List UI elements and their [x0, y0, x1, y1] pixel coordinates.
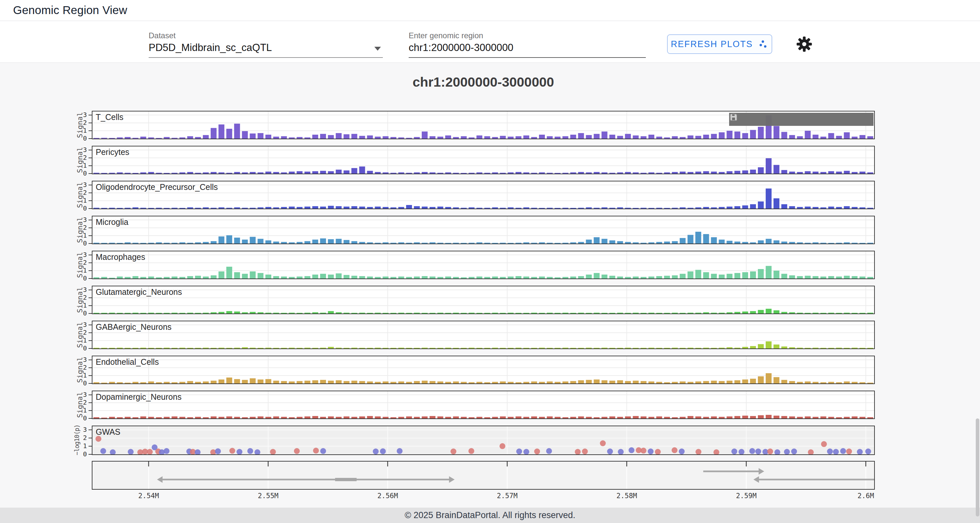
y-tick-mark — [89, 325, 92, 325]
x-axis-tick-label: 2.58M — [604, 492, 650, 500]
y-tick-mark — [89, 235, 92, 236]
y-tick-label: 1 — [67, 301, 87, 309]
y-tick-label: 2 — [67, 119, 87, 126]
gene-annotation-track[interactable] — [0, 461, 980, 490]
track-name-label: Dopaminergic_Neurons — [96, 392, 181, 402]
refresh-plots-label: REFRESH PLOTS — [671, 39, 752, 49]
plot-area-GABAergic_Neurons[interactable]: GABAergic_Neurons — [92, 320, 875, 349]
y-tick-label: 1 — [67, 231, 87, 239]
y-tick-label: 3 — [67, 111, 87, 119]
scrollbar-thumb[interactable] — [976, 418, 979, 517]
plot-area-T_Cells[interactable]: T_Cells — [92, 111, 875, 139]
y-tick-mark — [89, 270, 92, 271]
plot-area-Glutamatergic_Neurons[interactable]: Glutamatergic_Neurons — [92, 286, 875, 314]
y-tick-mark — [89, 313, 92, 314]
y-tick-label: 0 — [67, 309, 87, 317]
y-tick-label: 3 — [67, 320, 87, 328]
track-name-label: Glutamatergic_Neurons — [96, 287, 182, 297]
dataset-select[interactable]: Dataset PD5D_Midbrain_sc_caQTL — [149, 21, 383, 63]
y-tick-mark — [89, 429, 92, 430]
controls-bar: Dataset PD5D_Midbrain_sc_caQTL Enter gen… — [0, 21, 980, 63]
x-axis-tick-label: 2.55M — [245, 492, 291, 500]
home-button[interactable] — [841, 113, 856, 125]
y-tick-label: 0 — [67, 134, 87, 142]
y-tick-mark — [89, 200, 92, 201]
region-input-value[interactable]: chr1:2000000-3000000 — [409, 42, 514, 54]
y-tick-label: 0 — [67, 169, 87, 177]
region-input-field[interactable]: Enter genomic region chr1:2000000-300000… — [409, 21, 646, 63]
plot-area-Macrophages[interactable]: Macrophages — [92, 251, 875, 279]
save-icon — [729, 113, 738, 121]
y-tick-label: 0 — [67, 379, 87, 387]
footer: © 2025 BrainDataPortal. All rights reser… — [0, 508, 980, 523]
y-tick-label: 0 — [67, 239, 87, 247]
y-tick-label: 1 — [67, 406, 87, 414]
y-tick-mark — [89, 418, 92, 419]
y-tick-label: 3 — [67, 146, 87, 154]
plot-area-Pericytes[interactable]: Pericytes — [92, 146, 875, 174]
x-axis-tick-label: 2.54M — [126, 492, 172, 500]
y-tick-label: 2 — [67, 328, 87, 336]
chevron-down-icon[interactable] — [374, 47, 381, 51]
y-tick-mark — [89, 332, 92, 333]
y-tick-mark — [89, 220, 92, 220]
y-tick-mark — [89, 305, 92, 306]
plot-area-Oligodendrocyte_Precursor_Cells[interactable]: Oligodendrocyte_Precursor_Cells — [92, 181, 875, 209]
y-tick-label: 2 — [67, 223, 87, 231]
gene-track-plot[interactable] — [92, 461, 875, 490]
save-button[interactable] — [856, 113, 872, 125]
y-tick-mark — [89, 123, 92, 123]
y-tick-label: 2 — [67, 293, 87, 301]
y-tick-label: 1 — [67, 126, 87, 134]
y-tick-mark — [89, 131, 92, 131]
y-tick-mark — [89, 263, 92, 263]
y-tick-mark — [89, 340, 92, 341]
zoom-in-button[interactable] — [810, 113, 824, 125]
track-name-label: Pericytes — [96, 147, 129, 157]
track-name-label: GABAergic_Neurons — [96, 322, 172, 332]
track-row-GABAergic_Neurons: Signal0123GABAergic_Neurons — [0, 320, 980, 349]
y-tick-label: 0 — [67, 274, 87, 282]
track-row-Macrophages: Signal0123Macrophages — [0, 251, 980, 279]
zoom-button[interactable] — [747, 113, 762, 125]
dataset-underline — [149, 57, 383, 58]
refresh-plots-button[interactable]: REFRESH PLOTS — [667, 34, 772, 54]
y-tick-mark — [89, 158, 92, 158]
y-tick-label: 0 — [67, 204, 87, 212]
plot-area-Microglia[interactable]: Microglia — [92, 216, 875, 244]
y-tick-label: 0 — [67, 450, 87, 458]
y-tick-label: 3 — [67, 216, 87, 223]
y-tick-label: 1 — [67, 336, 87, 344]
gear-icon — [795, 35, 813, 53]
y-tick-mark — [89, 138, 92, 139]
plot-area-GWAS[interactable]: GWAS — [92, 426, 875, 455]
y-tick-mark — [89, 193, 92, 193]
settings-button[interactable] — [795, 35, 813, 53]
x-axis-tick-label: 2.57M — [484, 492, 530, 500]
dataset-label: Dataset — [149, 31, 176, 40]
dataset-value[interactable]: PD5D_Midbrain_sc_caQTL — [149, 42, 272, 54]
y-tick-mark — [89, 402, 92, 403]
pan-button[interactable] — [762, 113, 778, 125]
plot-area-Dopaminergic_Neurons[interactable]: Dopaminergic_Neurons — [92, 391, 875, 419]
track-row-Endothelial_Cells: Signal0123Endothelial_Cells — [0, 356, 980, 384]
page-scrollbar[interactable] — [975, 0, 980, 523]
lasso-select-button[interactable] — [794, 113, 809, 125]
track-name-label: Macrophages — [96, 252, 145, 262]
plot-area-Endothelial_Cells[interactable]: Endothelial_Cells — [92, 356, 875, 384]
y-tick-mark — [89, 150, 92, 150]
y-tick-mark — [89, 185, 92, 185]
plot-title: chr1:2000000-3000000 — [92, 75, 875, 90]
y-tick-label: 2 — [67, 434, 87, 442]
track-row-T_Cells: Signal0123T_Cells — [0, 111, 980, 139]
track-row-Pericytes: Signal0123Pericytes — [0, 146, 980, 174]
box-select-button[interactable] — [778, 113, 793, 125]
track-row-Oligodendrocyte_Precursor_Cells: Signal0123Oligodendrocyte_Precursor_Cell… — [0, 181, 980, 209]
y-tick-label: 1 — [67, 266, 87, 274]
y-tick-label: 1 — [67, 442, 87, 450]
y-tick-label: 1 — [67, 161, 87, 169]
y-tick-mark — [89, 410, 92, 411]
y-tick-label: 3 — [67, 286, 87, 293]
y-tick-mark — [89, 454, 92, 455]
zoom-out-button[interactable] — [825, 113, 840, 125]
